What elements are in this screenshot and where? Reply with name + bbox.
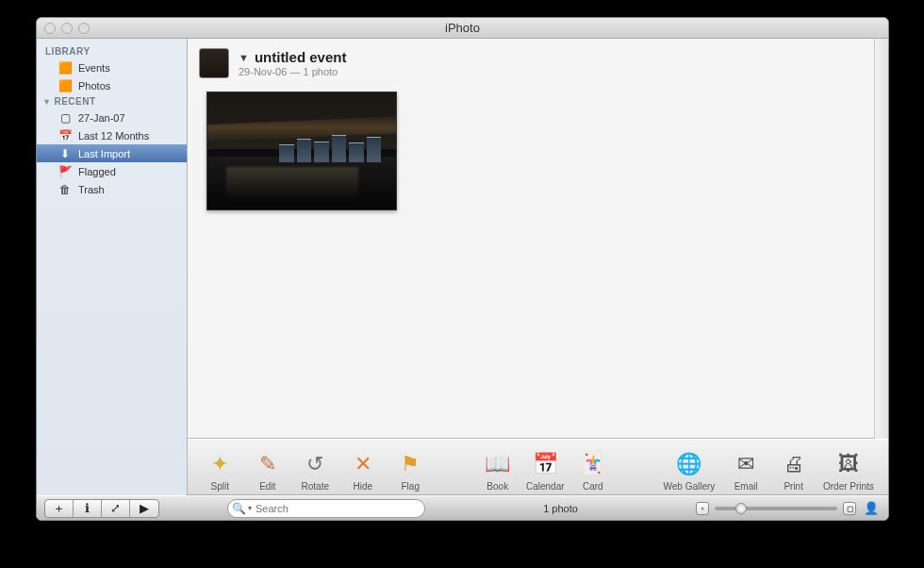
hide-icon: ✕ <box>349 450 377 478</box>
add-button[interactable]: ＋ <box>45 500 74 517</box>
scrollbar[interactable] <box>874 39 888 439</box>
rotate-icon: ↺ <box>301 450 329 478</box>
sidebar-item-label: Last 12 Months <box>78 130 149 142</box>
tool-label: Flag <box>402 481 420 492</box>
tool-label: Calendar <box>526 481 565 492</box>
import-icon: ⬇ <box>58 146 73 161</box>
window: iPhoto LIBRARY 🟧 Events 🟧 Photos ▼ RECEN… <box>36 17 889 521</box>
sidebar-item-trash[interactable]: 🗑 Trash <box>37 180 187 198</box>
webgallery-button[interactable]: 🌐 Web Gallery <box>657 443 721 492</box>
flag-button[interactable]: ⚑ Flag <box>388 443 434 492</box>
sidebar-item-label: Last Import <box>78 148 130 159</box>
event-title[interactable]: untitled event <box>255 49 347 65</box>
calendar-icon: 📅 <box>58 128 73 143</box>
event-icon: ▢ <box>58 110 73 125</box>
sidebar-item-last12months[interactable]: 📅 Last 12 Months <box>37 126 187 144</box>
sidebar-item-photos[interactable]: 🟧 Photos <box>37 76 187 94</box>
calendar-button[interactable]: 📅 Calendar <box>522 443 569 492</box>
tool-label: Card <box>583 481 603 492</box>
titlebar: iPhoto <box>37 18 888 39</box>
chevron-down-icon[interactable]: ▼ <box>239 52 249 63</box>
sidebar-item-label: Events <box>78 62 110 74</box>
card-icon: 🃏 <box>579 450 607 478</box>
tool-label: Split <box>211 481 229 492</box>
calendar-icon: 📅 <box>531 450 559 478</box>
account-button[interactable]: 👤 <box>862 501 881 515</box>
orderprints-icon: 🖼 <box>834 450 863 478</box>
zoom-icon[interactable] <box>78 23 90 34</box>
statusbar: ＋ ℹ ⤢ ▶ 🔍 ▾ 1 photo ▫ ◻ 👤 <box>37 495 888 520</box>
flag-icon: ⚑ <box>396 450 424 478</box>
print-button[interactable]: 🖨 Print <box>770 443 817 492</box>
sidebar-item-events[interactable]: 🟧 Events <box>37 58 187 76</box>
trash-icon: 🗑 <box>58 182 73 197</box>
sidebar-section-label: RECENT <box>54 96 95 107</box>
photo-grid <box>188 84 874 218</box>
tool-label: Order Prints <box>823 481 874 492</box>
book-button[interactable]: 📖 Book <box>475 443 521 492</box>
sidebar-item-label: Trash <box>78 184 105 195</box>
tool-label: Web Gallery <box>664 481 716 492</box>
split-icon: ✦ <box>206 450 234 478</box>
slider-knob[interactable] <box>735 503 747 514</box>
window-title: iPhoto <box>37 21 888 35</box>
rotate-button[interactable]: ↺ Rotate <box>292 443 338 492</box>
chevron-down-icon[interactable]: ▾ <box>248 504 252 512</box>
event-header: ▼ untitled event 29-Nov-06 — 1 photo <box>188 39 874 84</box>
sidebar-section-library[interactable]: LIBRARY <box>37 44 187 58</box>
sidebar-section-recent[interactable]: ▼ RECENT <box>37 94 187 109</box>
tool-label: Email <box>734 481 758 492</box>
tool-label: Book <box>487 481 508 492</box>
play-button[interactable]: ▶ <box>130 500 158 517</box>
main: ▼ untitled event 29-Nov-06 — 1 photo <box>188 39 888 495</box>
email-button[interactable]: ✉ Email <box>723 443 769 492</box>
status-text: 1 photo <box>431 503 690 514</box>
search-icon: 🔍 <box>232 502 246 515</box>
events-icon: 🟧 <box>58 60 73 75</box>
close-icon[interactable] <box>44 23 56 34</box>
search-field[interactable]: 🔍 ▾ <box>227 499 425 518</box>
sidebar-item-label: 27-Jan-07 <box>78 112 125 124</box>
chevron-down-icon: ▼ <box>42 97 51 107</box>
orderprints-button[interactable]: 🖼 Order Prints <box>818 443 879 492</box>
zoom-slider[interactable]: ▫ ◻ <box>696 502 856 515</box>
search-input[interactable] <box>256 503 417 514</box>
sidebar-item-label: Photos <box>78 80 110 92</box>
slider-track[interactable] <box>715 507 837 510</box>
event-thumb-icon[interactable] <box>199 48 229 78</box>
sidebar-item-27jan07[interactable]: ▢ 27-Jan-07 <box>37 109 187 126</box>
event-subtitle: 29-Nov-06 — 1 photo <box>239 66 346 77</box>
fullscreen-button[interactable]: ⤢ <box>102 500 130 517</box>
edit-button[interactable]: ✎ Edit <box>245 443 291 492</box>
traffic-lights <box>44 23 90 34</box>
tool-label: Edit <box>259 481 275 492</box>
sidebar-item-flagged[interactable]: 🚩 Flagged <box>37 162 187 180</box>
flag-icon: 🚩 <box>58 164 73 179</box>
status-button-group: ＋ ℹ ⤢ ▶ <box>44 499 159 518</box>
print-icon: 🖨 <box>780 450 808 478</box>
zoom-out-icon[interactable]: ▫ <box>696 502 709 515</box>
photos-icon: 🟧 <box>58 78 73 93</box>
minimize-icon[interactable] <box>61 23 73 34</box>
sidebar-section-label: LIBRARY <box>45 46 91 57</box>
sidebar: LIBRARY 🟧 Events 🟧 Photos ▼ RECENT ▢ 27-… <box>37 39 188 495</box>
sidebar-item-lastimport[interactable]: ⬇ Last Import <box>37 144 187 162</box>
content: ▼ untitled event 29-Nov-06 — 1 photo <box>188 39 874 439</box>
tool-label: Hide <box>353 481 372 492</box>
split-button[interactable]: ✦ Split <box>197 443 243 492</box>
email-icon: ✉ <box>732 450 760 478</box>
tool-label: Rotate <box>302 481 329 492</box>
info-button[interactable]: ℹ <box>74 500 102 517</box>
card-button[interactable]: 🃏 Card <box>570 443 617 492</box>
book-icon: 📖 <box>484 450 512 478</box>
toolbar: ✦ Split ✎ Edit ↺ Rotate ✕ Hide ⚑ Flag <box>188 439 888 495</box>
zoom-in-icon[interactable]: ◻ <box>843 502 856 515</box>
window-body: LIBRARY 🟧 Events 🟧 Photos ▼ RECENT ▢ 27-… <box>37 39 888 495</box>
hide-button[interactable]: ✕ Hide <box>340 443 387 492</box>
edit-icon: ✎ <box>254 450 282 478</box>
tool-label: Print <box>784 481 803 492</box>
photo-thumbnail[interactable] <box>206 92 397 210</box>
webgallery-icon: 🌐 <box>675 450 703 478</box>
sidebar-item-label: Flagged <box>78 166 116 177</box>
